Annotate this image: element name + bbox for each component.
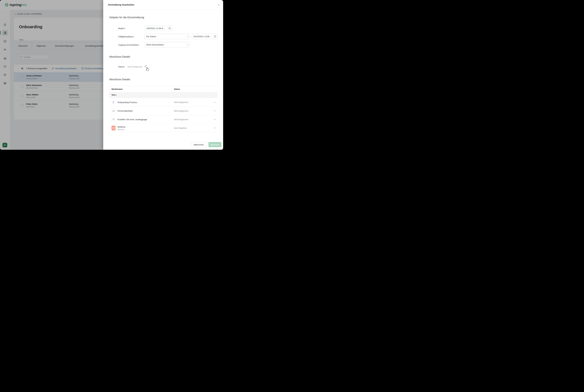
module-title: Firmenüberblick bbox=[117, 110, 174, 112]
edit-status-button[interactable] bbox=[144, 65, 147, 68]
status-value: Nicht begonnen bbox=[127, 66, 142, 68]
module-subtitle: Sitzung 1 bbox=[117, 128, 174, 130]
restrict-access-select[interactable]: Nicht einschränken bbox=[145, 42, 190, 47]
module-row-webinar[interactable]: Webinar Sitzung 1 Kein Ergebnis ••• bbox=[109, 124, 217, 132]
due-date-label: Fälligkeitsdatum: bbox=[118, 35, 134, 38]
begin-date-input[interactable]: 10/5/2021 12:00 A... bbox=[145, 26, 172, 31]
due-date-value: 10/14/2021 12:00 ... bbox=[193, 35, 213, 38]
module-status: Nicht begonnen bbox=[174, 101, 212, 104]
completion-details-heading: Abschluss-Details bbox=[109, 78, 130, 81]
module-row-landingpage[interactable]: Erstellen Sie eine Landingpage Nicht beg… bbox=[109, 115, 217, 124]
module-table: Modulname Status Teil 1 A Onboarding-Pro… bbox=[109, 86, 217, 132]
calendar-icon bbox=[168, 27, 171, 30]
due-date-input[interactable]: 10/14/2021 12:00 ... bbox=[192, 34, 218, 39]
module-title: Onboarding-Prozess bbox=[117, 101, 174, 104]
restrict-access-label: Zugang einschränken: bbox=[118, 44, 139, 46]
col-header-module: Modulname bbox=[109, 88, 174, 90]
module-status: Kein Ergebnis bbox=[174, 127, 212, 129]
presentation-icon: A bbox=[111, 100, 115, 105]
module-status: Nicht begonnen bbox=[174, 110, 212, 112]
chevron-down-icon bbox=[187, 35, 188, 37]
status-label: Status: bbox=[118, 66, 125, 68]
calendar-icon bbox=[214, 35, 216, 38]
module-title: Erstellen Sie eine Landingpage bbox=[117, 118, 174, 121]
module-row-onboarding-prozess[interactable]: A Onboarding-Prozess Nicht begonnen ••• bbox=[109, 98, 217, 106]
svg-text:A: A bbox=[113, 101, 114, 102]
cancel-button[interactable]: Abbrechen bbox=[191, 142, 207, 147]
completion-section-heading: Abschluss-Details bbox=[109, 55, 130, 58]
app-window: ispringlms AT bbox=[0, 0, 223, 150]
begin-label: Beginn: bbox=[118, 27, 125, 30]
due-mode-select[interactable]: Per Datum bbox=[145, 34, 190, 39]
restrict-access-value: Nicht einschränken bbox=[146, 44, 187, 46]
modal-title: Anmeldung bearbeiten bbox=[108, 4, 134, 6]
kebab-menu-icon[interactable]: ••• bbox=[212, 101, 217, 104]
modal-footer: Abbrechen Speichern bbox=[103, 140, 223, 150]
module-title: Webinar bbox=[117, 126, 174, 128]
module-table-header: Modulname Status bbox=[109, 86, 217, 92]
modal-body: Zeitplan für die Einschreibung Beginn: 1… bbox=[103, 10, 223, 140]
module-rows: A Onboarding-Prozess Nicht begonnen ••• … bbox=[109, 98, 217, 132]
module-status: Nicht begonnen bbox=[174, 118, 212, 121]
begin-date-value: 10/5/2021 12:00 A... bbox=[146, 27, 167, 30]
due-mode-value: Per Datum bbox=[146, 35, 187, 38]
link-icon bbox=[111, 108, 115, 113]
kebab-menu-icon[interactable]: ••• bbox=[212, 110, 217, 112]
module-row-firmenueberblick[interactable]: Firmenüberblick Nicht begonnen ••• bbox=[109, 106, 217, 115]
kebab-menu-icon[interactable]: ••• bbox=[212, 127, 217, 129]
modal-header: Anmeldung bearbeiten × bbox=[103, 0, 223, 10]
assignment-icon bbox=[111, 117, 115, 122]
screenshot-stage: ispringlms AT bbox=[0, 0, 224, 150]
save-button[interactable]: Speichern bbox=[208, 142, 221, 147]
schedule-section-heading: Zeitplan für die Einschreibung bbox=[109, 16, 144, 19]
chevron-down-icon bbox=[187, 44, 188, 45]
kebab-menu-icon[interactable]: ••• bbox=[212, 118, 217, 120]
close-icon[interactable]: × bbox=[217, 3, 221, 7]
webinar-icon bbox=[111, 126, 115, 130]
edit-enrollment-modal: Anmeldung bearbeiten × Zeitplan für die … bbox=[103, 0, 223, 150]
pencil-icon bbox=[144, 65, 147, 68]
col-header-status: Status bbox=[174, 88, 212, 90]
module-group-row: Teil 1 bbox=[109, 92, 217, 98]
